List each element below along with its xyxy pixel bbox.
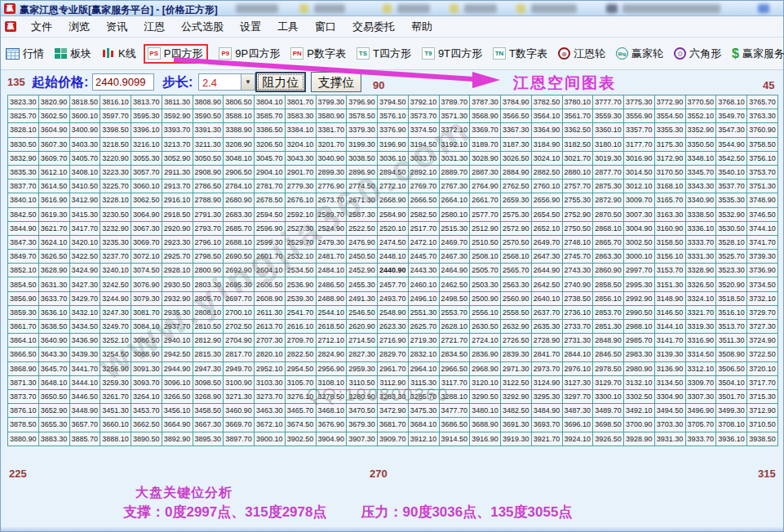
gann-cell: 2654.50 — [531, 207, 562, 221]
gann-cell: 3897.70 — [224, 432, 255, 446]
menu-item-1[interactable]: 浏览 — [60, 16, 98, 38]
gann-cell: 3328.90 — [685, 264, 716, 277]
gann-cell: 3868.90 — [8, 361, 39, 375]
gann-cell: 3501.70 — [716, 389, 747, 403]
gann-cell: 2961.70 — [378, 361, 409, 375]
gann-cell: 2997.70 — [624, 264, 655, 277]
gann-cell: 3612.10 — [38, 165, 69, 179]
annotation-text: 江恩空间图表 — [513, 73, 616, 94]
wheel-red-icon: ◎ — [558, 47, 570, 60]
gann-cell: 2798.50 — [193, 250, 224, 264]
gann-cell: 2690.50 — [224, 250, 255, 264]
gann-cell: 3820.90 — [38, 95, 69, 109]
gann-cell: 3489.70 — [593, 404, 624, 418]
gann-cell: 3024.10 — [531, 151, 562, 165]
gann-cell: 2640.10 — [531, 291, 562, 305]
gann-cell: 3590.50 — [193, 109, 224, 123]
gann-cell: 2904.10 — [255, 165, 286, 179]
gann-cell: 2524.90 — [316, 221, 347, 235]
wheel-teal-icon: Big — [616, 47, 628, 60]
menu-item-9[interactable]: 帮助 — [403, 16, 441, 38]
gann-cell: 2935.30 — [162, 305, 193, 319]
gann-cell: 2721.70 — [439, 334, 470, 348]
gann-cell: 2683.30 — [224, 207, 255, 221]
gann-cell: 3693.70 — [531, 418, 562, 432]
toolbar-item-dollar[interactable]: $赢家服务 — [732, 47, 784, 61]
gann-cell: 3021.70 — [562, 151, 593, 165]
menu-item-5[interactable]: 设置 — [232, 16, 269, 38]
gann-cell: 2956.90 — [316, 361, 347, 375]
gann-cell: 2796.10 — [193, 235, 224, 249]
gann-cell: 3856.90 — [8, 291, 39, 305]
gann-cell: 2476.90 — [347, 235, 378, 249]
blurred-taskbar-item — [516, 4, 525, 13]
toolbar-item-blocks[interactable]: 板块 — [55, 47, 91, 61]
gann-cell: 3177.70 — [624, 137, 655, 151]
toolbar-item-table[interactable]: 行情 — [6, 47, 44, 61]
gann-cell: 3607.30 — [38, 137, 69, 151]
gann-cell: 2839.30 — [501, 348, 532, 361]
gann-cell: 3715.30 — [747, 389, 778, 403]
menu-item-0[interactable]: 文件 — [23, 16, 60, 38]
chevron-down-icon[interactable]: ▼ — [241, 74, 255, 90]
toolbar-item-wheel-purple[interactable]: ⬡六角形 — [674, 47, 721, 61]
angle-label-45: 45 — [763, 79, 774, 91]
gann-cell: 3355.30 — [654, 123, 685, 137]
gann-cell: 2498.50 — [439, 291, 470, 305]
gann-cell: 2709.70 — [285, 334, 316, 348]
toolbar-item-wheel-red[interactable]: ◎江恩轮 — [558, 47, 605, 61]
support-button[interactable]: 支撑位 — [311, 72, 361, 92]
gann-cell: 3806.50 — [224, 95, 255, 109]
TN-icon: TN — [493, 47, 506, 60]
gann-cell: 2901.70 — [285, 165, 316, 179]
toolbar-item-wheel-teal[interactable]: Big赢家轮 — [616, 47, 663, 61]
gann-cell: 2546.50 — [347, 305, 378, 319]
resistance-button[interactable]: 阻力位 — [255, 72, 306, 92]
gann-cell: 3873.70 — [8, 389, 39, 403]
gann-cell: 3921.70 — [531, 432, 562, 446]
gann-cell: 2608.90 — [255, 291, 286, 305]
menu-item-8[interactable]: 交易委托 — [344, 16, 403, 38]
gann-cell: 3648.10 — [38, 375, 69, 389]
toolbar-item-TS[interactable]: TST四方形 — [357, 47, 411, 61]
menu-item-2[interactable]: 资讯 — [98, 16, 135, 38]
gann-cell: 2618.50 — [316, 320, 347, 334]
gann-cell: 2750.50 — [562, 221, 593, 235]
menu-item-4[interactable]: 公式选股 — [173, 16, 232, 38]
menu-item-3[interactable]: 江恩 — [135, 16, 173, 38]
toolbar-item-P9[interactable]: P99P四方形 — [219, 47, 280, 61]
gann-cell: 2707.30 — [255, 334, 286, 348]
step-dropdown[interactable]: 2.4 ▼ — [198, 73, 255, 91]
gann-cell: 3362.50 — [562, 123, 593, 137]
gann-cell: 3165.70 — [654, 193, 685, 207]
gann-cell: 3403.30 — [69, 137, 100, 151]
gann-cell: 3429.70 — [69, 291, 100, 305]
toolbar-item-candles[interactable]: K线 — [102, 47, 136, 61]
toolbar-item-PS[interactable]: PSP四方形 — [144, 44, 209, 64]
blurred-taskbar-item — [606, 4, 618, 13]
gann-cell: 2522.50 — [347, 221, 378, 235]
gann-cell: 2481.70 — [316, 250, 347, 264]
gann-cell: 2959.30 — [347, 361, 378, 375]
toolbar-item-T9[interactable]: T99T四方形 — [422, 47, 482, 61]
gann-cell: 3180.10 — [593, 137, 624, 151]
gann-cell: 3244.90 — [100, 291, 131, 305]
start-price-input[interactable] — [92, 73, 154, 91]
menu-item-7[interactable]: 窗口 — [307, 16, 344, 38]
gann-cell: 2673.70 — [316, 193, 347, 207]
gann-cell: 3876.10 — [8, 404, 39, 418]
gann-cell: 3732.10 — [747, 291, 778, 305]
gann-cell: 3379.30 — [347, 123, 378, 137]
gann-cell: 3628.90 — [38, 264, 69, 277]
gann-cell: 2841.70 — [531, 348, 562, 361]
gann-cell: 3324.10 — [685, 291, 716, 305]
gann-cell: 3655.30 — [38, 418, 69, 432]
toolbar-item-PN[interactable]: PNP数字表 — [290, 47, 346, 61]
gann-cell: 2474.50 — [378, 235, 409, 249]
gann-cell: 2762.50 — [501, 180, 532, 193]
gann-cell: 3446.50 — [69, 389, 100, 403]
toolbar-item-TN[interactable]: TNT数字表 — [493, 47, 547, 61]
gann-cell: 2920.90 — [162, 221, 193, 235]
gann-cell: 2820.10 — [255, 348, 286, 361]
menu-item-6[interactable]: 工具 — [269, 16, 307, 38]
